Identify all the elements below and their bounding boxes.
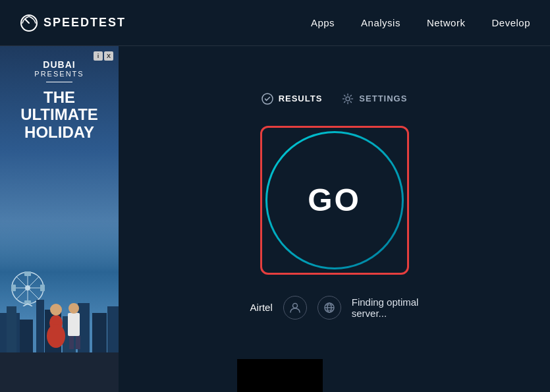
nav-analysis[interactable]: Analysis bbox=[361, 17, 400, 28]
tab-results[interactable]: RESULTS bbox=[261, 93, 323, 105]
tab-settings[interactable]: SETTINGS bbox=[342, 93, 407, 105]
ground bbox=[0, 352, 119, 392]
black-bar bbox=[237, 359, 323, 392]
header: SPEEDTEST Apps Analysis Network Develop bbox=[0, 0, 550, 46]
ad-sidebar: i X DUBAI PRESENTS THE ULTIMATE HOLIDAY bbox=[0, 46, 119, 392]
globe-icon bbox=[323, 302, 335, 314]
ad-main-text: THE ULTIMATE HOLIDAY bbox=[20, 89, 98, 141]
logo-area: SPEEDTEST bbox=[20, 14, 126, 32]
globe-icon-circle[interactable] bbox=[317, 296, 341, 320]
check-circle-icon bbox=[261, 93, 273, 105]
svg-rect-27 bbox=[69, 336, 74, 349]
svg-point-24 bbox=[47, 324, 65, 348]
ad-text-top: DUBAI PRESENTS bbox=[34, 59, 84, 86]
nav-develop[interactable]: Develop bbox=[491, 17, 530, 28]
logo-text: SPEEDTEST bbox=[43, 16, 126, 30]
tabs-row: RESULTS SETTINGS bbox=[261, 93, 408, 105]
center-content: RESULTS SETTINGS GO Airtel bbox=[119, 46, 550, 392]
svg-rect-8 bbox=[40, 285, 45, 291]
svg-rect-28 bbox=[76, 336, 80, 349]
ad-info-icon[interactable]: i bbox=[94, 51, 103, 61]
svg-point-31 bbox=[292, 303, 297, 308]
nav-links: Apps Analysis Network Develop bbox=[311, 17, 530, 28]
svg-point-23 bbox=[50, 304, 62, 316]
go-button-container: GO bbox=[265, 131, 404, 269]
ad-divider bbox=[46, 82, 72, 82]
gear-icon bbox=[342, 93, 354, 105]
go-button[interactable]: GO bbox=[265, 131, 404, 269]
tab-results-label: RESULTS bbox=[279, 94, 323, 103]
svg-rect-25 bbox=[68, 313, 80, 336]
svg-rect-10 bbox=[11, 285, 16, 291]
svg-point-26 bbox=[69, 303, 79, 314]
bottom-info: Airtel Finding optimalserver... bbox=[250, 296, 419, 320]
svg-point-30 bbox=[346, 97, 350, 101]
people-silhouette bbox=[0, 303, 119, 356]
user-icon-circle[interactable] bbox=[283, 296, 307, 320]
nav-network[interactable]: Network bbox=[427, 17, 466, 28]
svg-rect-7 bbox=[24, 271, 31, 276]
ad-badge: i X bbox=[94, 51, 113, 61]
user-icon bbox=[289, 302, 301, 314]
ad-close-icon[interactable]: X bbox=[104, 51, 113, 61]
speedtest-logo-icon bbox=[20, 14, 38, 32]
go-label: GO bbox=[308, 182, 361, 218]
ad-city: DUBAI bbox=[34, 59, 84, 70]
ad-presents: PRESENTS bbox=[34, 70, 84, 78]
provider-name: Airtel bbox=[250, 302, 273, 313]
ad-image: DUBAI PRESENTS THE ULTIMATE HOLIDAY bbox=[0, 46, 119, 392]
nav-apps[interactable]: Apps bbox=[311, 17, 335, 28]
tab-settings-label: SETTINGS bbox=[359, 94, 407, 103]
main-content: i X DUBAI PRESENTS THE ULTIMATE HOLIDAY bbox=[0, 46, 550, 392]
finding-optimal-text: Finding optimalserver... bbox=[352, 296, 419, 319]
